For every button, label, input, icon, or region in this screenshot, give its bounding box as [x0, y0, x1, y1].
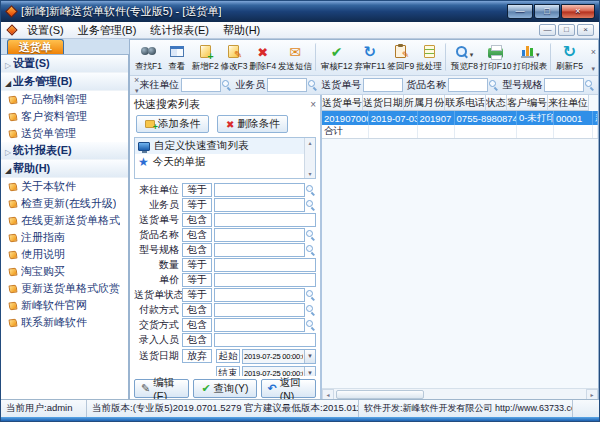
sidebar-entry[interactable]: 送货单管理 [1, 125, 128, 142]
mdi-close-button[interactable]: × [577, 24, 594, 36]
search-icon[interactable] [585, 80, 595, 90]
add-condition-button[interactable]: 添加条件 [136, 115, 209, 133]
search-icon[interactable] [306, 230, 316, 240]
condition-input[interactable] [214, 273, 316, 287]
filterbar-overflow-icon[interactable] [135, 85, 139, 95]
toolbar-button[interactable] [315, 43, 318, 71]
list-scrollbar[interactable] [304, 138, 315, 178]
scroll-down-icon[interactable] [308, 170, 311, 177]
menu-item[interactable]: 设置(S) [20, 22, 71, 39]
toolbar-overflow-icon[interactable] [592, 58, 596, 74]
mdi-restore-button[interactable]: □ [558, 24, 575, 36]
scroll-up-icon[interactable] [308, 139, 311, 146]
toolbar-button[interactable]: 打印F10 [479, 42, 513, 74]
search-icon[interactable] [308, 80, 318, 90]
table-header-cell[interactable]: 联系电话 [445, 95, 486, 111]
date-dropdown-icon[interactable]: ▼ [304, 350, 315, 363]
condition-operator[interactable]: 等于 [182, 183, 212, 197]
table-header-cell[interactable]: 客户编号 [507, 95, 548, 111]
menu-item[interactable]: 统计报表(E) [143, 22, 216, 39]
dropdown-arrow-icon[interactable] [468, 43, 474, 61]
search-icon[interactable] [306, 305, 316, 315]
search-icon[interactable] [306, 185, 316, 195]
toolbar-button[interactable]: 查找F1 [134, 42, 163, 74]
sidebar-entry[interactable]: 更新送货单格式欣赏 [1, 280, 128, 297]
table-row[interactable]: 合计 [322, 125, 598, 139]
panel-close-icon[interactable]: × [310, 100, 316, 110]
sidebar-entry[interactable]: 淘宝购买 [1, 263, 128, 280]
search-icon[interactable] [306, 320, 316, 330]
toolbar-button[interactable]: 审核F12 [320, 42, 354, 74]
toolbar-button[interactable]: 发送短信 [277, 42, 313, 74]
search-icon[interactable] [306, 200, 316, 210]
saved-search-item[interactable]: 今天的单据 [135, 154, 304, 170]
condition-input[interactable] [214, 258, 316, 272]
sidebar-entry[interactable]: 新峰软件官网 [1, 297, 128, 314]
condition-input[interactable] [214, 288, 305, 302]
condition-operator[interactable]: 包含 [182, 213, 212, 227]
filter-input[interactable] [544, 78, 584, 92]
condition-input[interactable] [214, 228, 305, 242]
toolbar-button[interactable]: 打印报表 [512, 42, 548, 74]
search-icon[interactable] [306, 290, 316, 300]
sidebar-entry[interactable]: 统计报表(E) [1, 142, 128, 160]
filter-input[interactable] [363, 78, 403, 92]
query-button[interactable]: 查询(Y) [193, 379, 256, 398]
table-header-cell[interactable]: 来往单位 [548, 95, 589, 111]
toolbar-button[interactable]: 修改F3 [220, 42, 249, 74]
toolbar-button[interactable]: 查看 [163, 42, 191, 74]
filter-input[interactable] [267, 78, 307, 92]
condition-operator[interactable]: 包含 [182, 303, 212, 317]
table-row[interactable]: 2019070001 2019-07-03 201907 0755-898087… [322, 111, 598, 125]
condition-operator[interactable]: 等于 [182, 273, 212, 287]
toolbar-button[interactable]: 刷新F5 [555, 42, 584, 74]
menu-item[interactable]: 业务管理(B) [71, 22, 144, 39]
date-start-input[interactable] [243, 352, 304, 361]
table-header-cell[interactable]: 状态 [486, 95, 507, 111]
condition-input[interactable] [214, 303, 305, 317]
edit-button[interactable]: 编辑(E) [134, 379, 189, 398]
filter-input[interactable] [448, 78, 488, 92]
sidebar-entry[interactable]: 设置(S) [1, 55, 128, 73]
condition-input[interactable] [214, 243, 305, 257]
toolbar-button[interactable]: 弃审F11 [353, 42, 386, 74]
filter-input[interactable] [181, 78, 221, 92]
back-button[interactable]: 返回(N) [261, 379, 316, 398]
search-icon[interactable] [489, 80, 499, 90]
condition-input[interactable] [214, 318, 305, 332]
close-button[interactable]: × [561, 4, 595, 19]
toolbar-button[interactable] [445, 43, 448, 71]
condition-input[interactable] [214, 198, 305, 212]
toolbar-button[interactable]: 预览F8 [450, 42, 479, 74]
toolbar-close-icon[interactable] [591, 42, 596, 58]
table-header-cell[interactable]: 送货日期 [363, 95, 404, 111]
condition-input[interactable] [214, 213, 316, 227]
toolbar-button[interactable] [550, 43, 553, 71]
sidebar-entry[interactable]: 联系新峰软件 [1, 314, 128, 331]
mdi-minimize-button[interactable]: — [539, 24, 556, 36]
table-header-cell[interactable]: 送货单号 [322, 95, 363, 111]
condition-operator[interactable]: 包含 [182, 228, 212, 242]
condition-operator[interactable]: 等于 [182, 198, 212, 212]
toolbar-button[interactable]: 删除F4 [248, 42, 277, 74]
table-header-cell[interactable]: 所属月份 [404, 95, 445, 111]
sidebar-entry[interactable]: 客户资料管理 [1, 108, 128, 125]
sidebar-entry[interactable]: 产品物料管理 [1, 91, 128, 108]
condition-operator[interactable]: 包含 [182, 318, 212, 332]
condition-operator[interactable]: 包含 [182, 333, 212, 347]
saved-search-item[interactable]: 自定义快速查询列表 [135, 138, 304, 154]
minimize-button[interactable]: — [507, 4, 533, 19]
sidebar-entry[interactable]: 在线更新送货单格式 [1, 212, 128, 229]
search-icon[interactable] [222, 80, 232, 90]
scroll-thumb[interactable] [336, 390, 424, 399]
condition-operator[interactable]: 等于 [182, 288, 212, 302]
sidebar-entry[interactable]: 关于本软件 [1, 178, 128, 195]
sidebar-entry[interactable]: 检查更新(在线升级) [1, 195, 128, 212]
toolbar-button[interactable]: 新增F2 [191, 42, 220, 74]
search-icon[interactable] [306, 245, 316, 255]
toolbar-button[interactable]: 批处理 [415, 42, 443, 74]
sidebar-entry[interactable]: 使用说明 [1, 246, 128, 263]
sidebar-entry[interactable]: 帮助(H) [1, 160, 128, 178]
condition-operator[interactable]: 包含 [182, 243, 212, 257]
menu-item[interactable]: 帮助(H) [216, 22, 267, 39]
